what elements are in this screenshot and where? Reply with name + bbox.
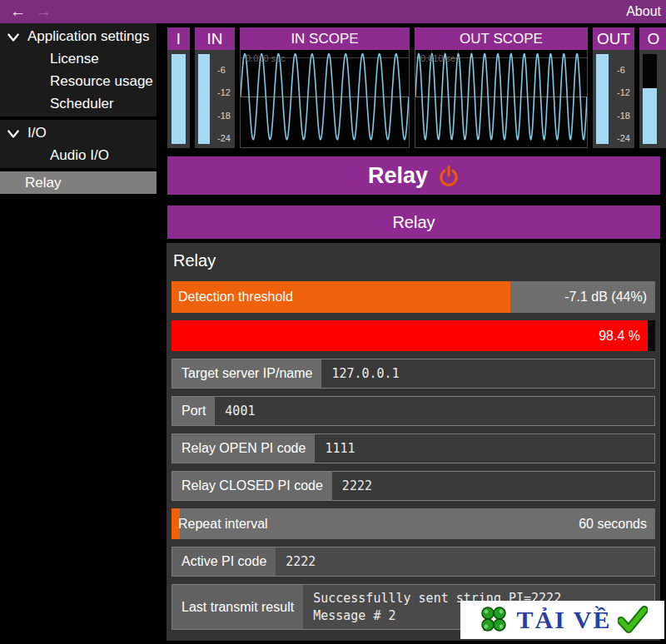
meter-label: I: [176, 30, 181, 48]
scope-label: IN SCOPE: [291, 31, 358, 47]
repeat-interval-slider[interactable]: Repeat interval 60 seconds: [171, 508, 655, 539]
relay-settings-section: Relay Detection threshold -7.1 dB (44%) …: [166, 243, 660, 641]
port-input[interactable]: 4001: [215, 397, 654, 425]
field-relay-closed-pi: Relay CLOSED PI code 2222: [171, 471, 655, 501]
target-server-input[interactable]: 127.0.0.1: [321, 359, 654, 388]
sidebar-item-label: License: [50, 51, 99, 67]
scale-tick: -12: [617, 87, 630, 97]
field-label: Relay CLOSED PI code: [172, 472, 332, 500]
meter-fill: [171, 54, 186, 144]
meter-body: -6 -12 -18 -24: [593, 50, 634, 148]
meter-strip: I IN -6 -12 -18 -24: [163, 27, 666, 148]
meter-body: [167, 50, 190, 148]
sidebar-item-label: Scheduler: [50, 96, 114, 112]
sidebar-item-resource-usage[interactable]: Resource usage: [0, 70, 157, 92]
slider-label: Repeat interval: [178, 508, 268, 539]
sidebar-item-relay-selected[interactable]: Relay: [0, 171, 157, 194]
scope-display: 0.010 sec: [240, 50, 410, 148]
field-relay-open-pi: Relay OPEN PI code 1111: [171, 433, 655, 463]
field-active-pi: Active PI code 2222: [171, 547, 655, 577]
download-watermark: TẢI VỀ: [460, 601, 664, 639]
chevron-down-icon: [7, 32, 20, 43]
meter-track: [643, 54, 657, 144]
scale-tick: -12: [217, 87, 231, 97]
input-peak-meter: I: [167, 27, 190, 148]
meter-body: -6 -12 -18 -24: [195, 50, 235, 148]
sidebar-item-label: Relay: [25, 175, 61, 191]
sidebar-item-io[interactable]: I/O: [0, 121, 157, 144]
field-value: 2222: [286, 554, 316, 569]
in-scope-panel: IN SCOPE 0.010 sec: [240, 27, 410, 148]
detection-threshold-slider[interactable]: Detection threshold -7.1 dB (44%): [171, 281, 655, 313]
field-label: Active PI code: [172, 547, 276, 576]
meter-header: IN: [195, 27, 235, 50]
meter-value: 98.4 %: [599, 320, 640, 351]
power-icon: [438, 165, 460, 187]
scope-header: OUT SCOPE: [415, 27, 588, 50]
checkmark-icon: [618, 606, 648, 634]
scope-header: IN SCOPE: [240, 27, 410, 50]
sidebar-item-audio-io[interactable]: Audio I/O: [0, 144, 157, 166]
field-label: Relay OPEN PI code: [172, 434, 315, 463]
sidebar-group-application-settings: Application settings License Resource us…: [0, 23, 157, 116]
meter-track: [171, 54, 186, 144]
sidebar-item-label: Resource usage: [50, 73, 153, 90]
field-value: 127.0.0.1: [331, 366, 399, 381]
watermark-text: TẢI VỀ: [517, 606, 612, 634]
field-target-server: Target server IP/name 127.0.0.1: [171, 359, 655, 389]
title-bar: ← → About: [0, 0, 666, 23]
transmit-result-line: Message # 2: [313, 607, 395, 625]
relay-power-button[interactable]: Relay: [167, 156, 660, 195]
sidebar-item-label: Application settings: [27, 28, 149, 45]
sidebar-item-scheduler[interactable]: Scheduler: [0, 92, 157, 115]
meter-fill: [198, 54, 210, 144]
scope-time-label: 0.010 sec: [246, 53, 286, 63]
scale-tick: -6: [217, 65, 231, 75]
field-label: Last transmit result: [172, 585, 303, 629]
about-menu-item[interactable]: About: [626, 4, 661, 19]
scale-tick: -24: [617, 133, 630, 143]
scope-time-label: 0.010 sec: [420, 53, 460, 63]
scope-label: OUT SCOPE: [460, 31, 543, 47]
meter-fill: [596, 54, 609, 144]
relay-title: Relay: [368, 163, 428, 189]
meter-track: [198, 54, 210, 144]
meter-fill: [643, 88, 657, 144]
relay-tab[interactable]: Relay: [167, 206, 660, 239]
sidebar-item-label: Audio I/O: [50, 147, 109, 164]
sidebar-item-application-settings[interactable]: Application settings: [0, 25, 157, 47]
output-level-meter: OUT -6 -12 -18 -24: [593, 27, 634, 148]
field-label: Target server IP/name: [172, 359, 321, 388]
waveform: [241, 50, 409, 147]
relay-tab-label: Relay: [392, 213, 435, 232]
output-peak-meter: O: [639, 27, 666, 148]
sidebar-item-label: I/O: [27, 125, 47, 141]
out-scope-panel: OUT SCOPE 0.010 sec: [415, 27, 588, 148]
field-value: 4001: [225, 404, 255, 419]
input-level-meter: IN -6 -12 -18 -24: [195, 27, 235, 148]
forward-arrow-icon[interactable]: →: [31, 0, 57, 23]
meter-header: O: [639, 27, 666, 50]
field-label: Port: [172, 397, 215, 425]
field-value: 2222: [342, 478, 372, 493]
meter-header: I: [167, 27, 190, 50]
scale-tick: -6: [617, 65, 630, 75]
relay-closed-pi-input[interactable]: 2222: [332, 472, 654, 500]
scale-tick: -18: [217, 111, 231, 121]
scope-display: 0.010 sec: [415, 50, 588, 148]
meter-scale: -6 -12 -18 -24: [217, 65, 231, 143]
section-heading: Relay: [171, 250, 655, 281]
meter-label: OUT: [597, 30, 630, 48]
back-arrow-icon[interactable]: ←: [5, 0, 31, 23]
active-pi-input[interactable]: 2222: [276, 547, 654, 576]
field-value: 1111: [325, 441, 355, 456]
meter-scale: -6 -12 -18 -24: [617, 65, 630, 143]
chevron-down-icon: [7, 128, 20, 140]
meter-body: [639, 50, 666, 148]
field-port: Port 4001: [171, 396, 655, 426]
meter-label: IN: [207, 30, 223, 48]
slider-label: Detection threshold: [178, 281, 293, 313]
sidebar-item-license[interactable]: License: [0, 47, 157, 70]
signal-level-meter: 98.4 %: [171, 320, 655, 351]
relay-open-pi-input[interactable]: 1111: [315, 434, 654, 463]
